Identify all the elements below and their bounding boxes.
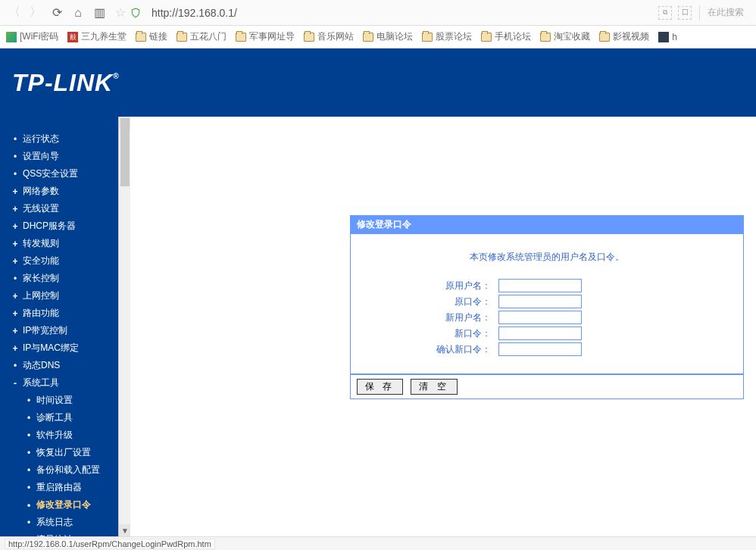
folder-icon [363,33,373,42]
plus-icon: + [12,256,18,267]
new-password-input[interactable] [498,327,582,340]
bookmark-label: 股票论坛 [436,30,472,43]
sidebar-toggle-button[interactable]: ▥ [89,3,109,23]
status-bar: http://192.168.0.1/userRpm/ChangeLoginPw… [0,536,756,550]
sidebar-item-label: 转发规则 [23,237,59,250]
sidebar-subitem-label: 重启路由器 [36,481,82,494]
old-password-input[interactable] [498,295,582,308]
sidebar-item[interactable]: +路由功能 [12,305,130,322]
sidebar-subitem[interactable]: 恢复出厂设置 [26,444,130,461]
favicon-icon [658,32,669,42]
content-area: 修改登录口令 本页修改系统管理员的用户名及口令。 原用户名： 原口令： 新用户名… [130,117,756,536]
sidebar-subitem-label: 恢复出厂设置 [36,446,91,459]
old-username-input[interactable] [498,279,582,292]
bookmark-item[interactable]: 音乐网站 [304,30,354,43]
url-bar[interactable]: http://192.168.0.1/ [152,7,237,19]
plus-icon: + [12,308,18,319]
sidebar-item[interactable]: +转发规则 [12,235,130,252]
sidebar-subitem-label: 修改登录口令 [36,498,91,511]
sidebar-item-label: 系统工具 [23,377,59,389]
search-box[interactable]: 在此搜索 [708,6,744,19]
bookmark-item[interactable]: [WiFi密码 [6,30,58,43]
sidebar-item[interactable]: +安全功能 [12,252,130,270]
sidebar-item[interactable]: +IP与MAC绑定 [12,339,130,357]
bookmark-item[interactable]: 淘宝收藏 [540,30,590,43]
sidebar-item-label: IP与MAC绑定 [23,342,79,355]
bookmark-item[interactable]: 链接 [136,30,167,43]
sidebar-scrollbar[interactable]: ▲ ▼ [118,117,130,536]
bookmark-item[interactable]: 影视视频 [599,30,649,43]
sidebar-item-label: 设置向导 [23,150,59,163]
bookmark-item[interactable]: 电脑论坛 [363,30,413,43]
confirm-password-input[interactable] [498,342,582,356]
folder-icon [177,33,187,42]
extension-icon-2[interactable]: 囗 [678,6,692,20]
new-password-label: 新口令： [408,327,498,340]
reload-button[interactable]: ⟳ [47,3,67,23]
sidebar-subitem[interactable]: 系统日志 [26,514,130,531]
sidebar-item[interactable]: +无线设置 [12,200,130,217]
dot-icon [26,483,32,493]
sidebar-subitem[interactable]: 重启路由器 [26,479,130,496]
sidebar-item[interactable]: 运行状态 [12,130,130,148]
sidebar-item[interactable]: -系统工具 [12,374,130,392]
sidebar-item[interactable]: +上网控制 [12,287,130,305]
panel-description: 本页修改系统管理员的用户名及口令。 [373,251,720,264]
bookmark-label: h [672,32,677,42]
sidebar-subitem[interactable]: 软件升级 [26,427,130,444]
folder-icon [236,33,246,42]
bookmark-item[interactable]: 军事网址导 [236,30,295,43]
home-button[interactable]: ⌂ [68,3,88,23]
sidebar-item[interactable]: 家长控制 [12,270,130,287]
bookmark-item[interactable]: 鼓三九养生堂 [67,30,127,43]
plus-icon: + [12,291,18,302]
scroll-thumb[interactable] [120,118,130,186]
sidebar-item[interactable]: 设置向导 [12,148,130,165]
logo: TP-LINK® [12,69,120,97]
extension-icon-1[interactable]: ⧉ [658,6,672,20]
confirm-password-label: 确认新口令： [408,343,498,356]
sidebar-subitem[interactable]: 诊断工具 [26,409,130,427]
old-username-label: 原用户名： [408,280,498,292]
sidebar-item[interactable]: +IP带宽控制 [12,322,130,339]
forward-button[interactable]: 〉 [26,3,45,23]
clear-button[interactable]: 清 空 [411,379,457,395]
sidebar-item-label: 运行状态 [23,133,59,145]
new-username-input[interactable] [498,311,582,324]
sidebar-subitem-label: 系统日志 [36,516,73,529]
sidebar-subitem[interactable]: 时间设置 [26,392,130,409]
back-button[interactable]: 〈 [5,3,24,23]
status-text: http://192.168.0.1/userRpm/ChangeLoginPw… [5,539,215,549]
shield-icon[interactable] [130,8,141,18]
sidebar-item[interactable]: 动态DNS [12,357,130,374]
dot-icon [12,273,18,284]
bookmark-star-icon[interactable]: ☆ [115,5,126,20]
page: TP-LINK® 运行状态设置向导QSS安全设置+网络参数+无线设置+DHCP服… [0,48,756,536]
sidebar-item-label: 家长控制 [23,272,59,285]
bookmark-item[interactable]: 手机论坛 [481,30,531,43]
dot-icon [26,535,32,537]
plus-icon: + [12,221,18,232]
scroll-down-arrow[interactable]: ▼ [119,524,130,536]
sidebar-subitem[interactable]: 备份和载入配置 [26,461,130,479]
bookmark-label: 链接 [149,30,167,43]
sidebar-item-label: QSS安全设置 [23,167,78,180]
bookmark-item[interactable]: 五花八门 [177,30,226,43]
sidebar-item[interactable]: QSS安全设置 [12,165,130,183]
sidebar-subitem[interactable]: 修改登录口令 [26,496,130,514]
bookmark-item[interactable]: 股票论坛 [422,30,472,43]
sidebar-subitem[interactable]: 流量统计 [26,531,130,536]
dot-icon [12,134,18,145]
panel-title: 修改登录口令 [350,215,744,234]
dot-icon [12,152,18,162]
sidebar-item-label: 安全功能 [23,255,59,267]
sidebar-item[interactable]: +DHCP服务器 [12,217,130,235]
dot-icon [26,517,32,528]
save-button[interactable]: 保 存 [357,379,403,395]
sidebar-item[interactable]: +网络参数 [12,183,130,200]
folder-icon [304,33,314,42]
browser-toolbar: 〈 〉 ⟳ ⌂ ▥ ☆ http://192.168.0.1/ ⧉ 囗 在此搜索 [0,0,756,26]
bookmark-label: [WiFi密码 [20,30,58,43]
bookmark-label: 三九养生堂 [81,30,127,43]
bookmark-item[interactable]: h [658,32,677,42]
